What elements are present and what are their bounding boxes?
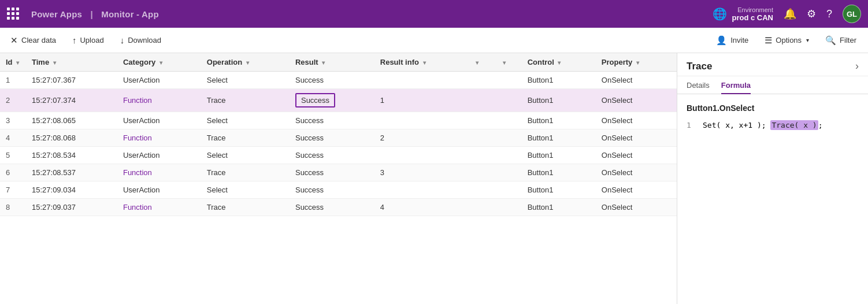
col-header-result[interactable]: Result ▾ <box>290 53 374 72</box>
table-cell: OnSelect <box>596 89 677 112</box>
table-cell: Success <box>290 112 374 129</box>
table-header-row: Id ▾ Time ▾ Category ▾ Operation ▾ Resul… <box>0 53 677 72</box>
main-area: Id ▾ Time ▾ Category ▾ Operation ▾ Resul… <box>0 53 868 304</box>
table-cell <box>495 72 522 89</box>
table-cell <box>468 147 495 164</box>
topbar: Power Apps | Monitor - App 🌐 Environment… <box>0 0 868 28</box>
tab-details[interactable]: Details <box>687 76 710 94</box>
col-header-id[interactable]: Id ▾ <box>0 53 26 72</box>
table-cell: Select <box>201 72 290 89</box>
table-cell: Success <box>290 199 374 216</box>
formula-code: 1 Set( x, x+1 ); Trace( x ); <box>687 121 859 129</box>
help-icon[interactable]: ? <box>826 8 832 20</box>
col-header-result-info[interactable]: Result info ▾ <box>374 53 469 72</box>
table-cell: Success <box>290 147 374 164</box>
download-button[interactable]: ↓ Download <box>119 33 162 47</box>
app-title: Power Apps | Monitor - App <box>29 9 707 19</box>
table-cell: OnSelect <box>596 147 677 164</box>
filter-icon: 🔍 <box>825 35 836 46</box>
table-cell: UserAction <box>117 112 201 129</box>
table-cell: Button1 <box>522 147 596 164</box>
table-row[interactable]: 515:27:08.534UserActionSelectSuccessButt… <box>0 147 677 164</box>
table-cell: 15:27:09.037 <box>26 199 117 216</box>
settings-icon[interactable]: ⚙ <box>807 8 816 20</box>
table-row[interactable]: 615:27:08.537FunctionTraceSuccess3Button… <box>0 164 677 181</box>
right-panel-body: Button1.OnSelect 1 Set( x, x+1 ); Trace(… <box>677 94 868 304</box>
table-cell: OnSelect <box>596 129 677 147</box>
table-cell: Trace <box>201 199 290 216</box>
table-cell: 2 <box>374 129 469 147</box>
table-row[interactable]: 715:27:09.034UserActionSelectSuccessButt… <box>0 181 677 199</box>
table-cell <box>468 129 495 147</box>
environment-info: Environment prod c CAN <box>732 6 773 22</box>
table-cell: 4 <box>0 129 26 147</box>
options-button[interactable]: ☰ Options ▾ <box>762 33 811 48</box>
table-cell: Success <box>290 129 374 147</box>
table-cell: Function <box>117 164 201 181</box>
data-table-container: Id ▾ Time ▾ Category ▾ Operation ▾ Resul… <box>0 53 677 304</box>
upload-button[interactable]: ↑ Upload <box>71 33 105 47</box>
table-row[interactable]: 415:27:08.068FunctionTraceSuccess2Button… <box>0 129 677 147</box>
environment-block[interactable]: 🌐 Environment prod c CAN <box>713 6 773 22</box>
table-cell <box>374 147 469 164</box>
col-header-col7[interactable]: ▾ <box>468 53 495 72</box>
table-cell: Select <box>201 181 290 199</box>
tab-formula[interactable]: Formula <box>721 76 751 94</box>
table-row[interactable]: 315:27:08.065UserActionSelectSuccessButt… <box>0 112 677 129</box>
table-cell <box>495 164 522 181</box>
table-cell: UserAction <box>117 72 201 89</box>
col-header-time[interactable]: Time ▾ <box>26 53 117 72</box>
code-highlight: Trace( x ) <box>770 120 818 130</box>
invite-button[interactable]: 👤 Invite <box>714 33 751 48</box>
col-header-control[interactable]: Control ▾ <box>522 53 596 72</box>
avatar[interactable]: GL <box>843 5 861 23</box>
table-cell: 6 <box>0 164 26 181</box>
line-number: 1 <box>687 121 696 129</box>
notification-icon[interactable]: 🔔 <box>784 8 796 20</box>
table-cell <box>374 112 469 129</box>
table-cell <box>468 72 495 89</box>
table-cell: 15:27:08.537 <box>26 164 117 181</box>
table-cell: 7 <box>0 181 26 199</box>
col-header-col8[interactable]: ▾ <box>495 53 522 72</box>
table-cell: Button1 <box>522 72 596 89</box>
table-cell: 1 <box>374 89 469 112</box>
table-cell: 15:27:07.374 <box>26 89 117 112</box>
table-cell: Button1 <box>522 89 596 112</box>
col-header-operation[interactable]: Operation ▾ <box>201 53 290 72</box>
col-header-property[interactable]: Property ▾ <box>596 53 677 72</box>
right-panel-close-icon[interactable]: › <box>855 60 859 72</box>
formula-title: Button1.OnSelect <box>687 103 859 113</box>
right-panel-header: Trace › <box>677 53 868 76</box>
table-cell: OnSelect <box>596 72 677 89</box>
filter-button[interactable]: 🔍 Filter <box>823 33 859 48</box>
col-header-category[interactable]: Category ▾ <box>117 53 201 72</box>
table-cell: 2 <box>0 89 26 112</box>
table-cell: Function <box>117 199 201 216</box>
table-cell: OnSelect <box>596 199 677 216</box>
table-cell <box>468 112 495 129</box>
table-cell: Button1 <box>522 112 596 129</box>
code-before: Set( x, x+1 ); <box>703 121 770 129</box>
toolbar: ✕ Clear data ↑ Upload ↓ Download 👤 Invit… <box>0 28 868 53</box>
table-cell <box>495 181 522 199</box>
table-cell: Button1 <box>522 164 596 181</box>
table-cell: OnSelect <box>596 181 677 199</box>
invite-icon: 👤 <box>716 35 727 46</box>
table-cell: 15:27:08.065 <box>26 112 117 129</box>
table-row[interactable]: 215:27:07.374FunctionTraceSuccess1Button… <box>0 89 677 112</box>
table-row[interactable]: 115:27:07.367UserActionSelectSuccessButt… <box>0 72 677 89</box>
options-icon: ☰ <box>765 35 772 46</box>
table-cell: Button1 <box>522 181 596 199</box>
globe-icon: 🌐 <box>713 7 727 21</box>
table-row[interactable]: 815:27:09.037FunctionTraceSuccess4Button… <box>0 199 677 216</box>
table-cell: 3 <box>0 112 26 129</box>
clear-data-button[interactable]: ✕ Clear data <box>9 33 57 48</box>
formula-code-content: Set( x, x+1 ); Trace( x ); <box>703 121 823 129</box>
table-cell: 15:27:08.534 <box>26 147 117 164</box>
clear-data-icon: ✕ <box>10 35 18 46</box>
app-launcher-icon[interactable] <box>7 8 20 20</box>
table-cell: Function <box>117 89 201 112</box>
options-chevron-icon: ▾ <box>806 37 809 43</box>
table-cell: 3 <box>374 164 469 181</box>
